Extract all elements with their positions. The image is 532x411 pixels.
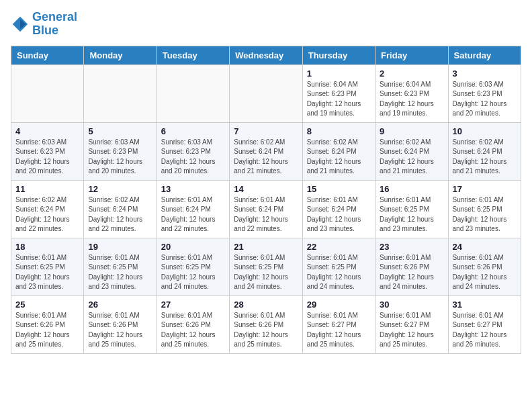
calendar-cell — [11, 64, 84, 122]
day-info: Sunrise: 6:03 AM Sunset: 6:23 PM Dayligh… — [88, 138, 152, 177]
day-info: Sunrise: 6:01 AM Sunset: 6:26 PM Dayligh… — [15, 311, 79, 350]
calendar-cell: 27Sunrise: 6:01 AM Sunset: 6:26 PM Dayli… — [157, 295, 229, 353]
calendar-cell — [157, 64, 229, 122]
calendar-cell: 3Sunrise: 6:03 AM Sunset: 6:23 PM Daylig… — [448, 64, 521, 122]
day-info: Sunrise: 6:02 AM Sunset: 6:24 PM Dayligh… — [453, 138, 517, 177]
day-number: 13 — [161, 184, 225, 194]
calendar-cell: 16Sunrise: 6:01 AM Sunset: 6:25 PM Dayli… — [375, 180, 448, 238]
calendar-cell: 11Sunrise: 6:02 AM Sunset: 6:24 PM Dayli… — [11, 180, 84, 238]
week-row-1: 1Sunrise: 6:04 AM Sunset: 6:23 PM Daylig… — [11, 64, 521, 122]
calendar-cell: 18Sunrise: 6:01 AM Sunset: 6:25 PM Dayli… — [11, 238, 84, 295]
calendar-cell: 12Sunrise: 6:02 AM Sunset: 6:24 PM Dayli… — [84, 180, 157, 238]
day-number: 1 — [307, 68, 371, 79]
day-number: 29 — [307, 300, 371, 310]
day-number: 17 — [453, 184, 517, 194]
calendar-cell: 7Sunrise: 6:02 AM Sunset: 6:24 PM Daylig… — [230, 122, 302, 180]
calendar-cell: 23Sunrise: 6:01 AM Sunset: 6:26 PM Dayli… — [375, 238, 448, 295]
calendar-cell: 6Sunrise: 6:03 AM Sunset: 6:23 PM Daylig… — [157, 122, 229, 180]
calendar-cell: 9Sunrise: 6:02 AM Sunset: 6:24 PM Daylig… — [375, 122, 448, 180]
day-number: 22 — [307, 242, 371, 252]
day-number: 14 — [234, 184, 298, 194]
calendar-cell: 2Sunrise: 6:04 AM Sunset: 6:23 PM Daylig… — [375, 64, 448, 122]
week-row-2: 4Sunrise: 6:03 AM Sunset: 6:23 PM Daylig… — [11, 122, 521, 180]
weekday-header-tuesday: Tuesday — [157, 46, 229, 64]
day-info: Sunrise: 6:01 AM Sunset: 6:26 PM Dayligh… — [161, 311, 225, 350]
calendar-cell: 31Sunrise: 6:01 AM Sunset: 6:27 PM Dayli… — [448, 295, 521, 353]
day-info: Sunrise: 6:02 AM Sunset: 6:24 PM Dayligh… — [307, 138, 371, 177]
day-info: Sunrise: 6:01 AM Sunset: 6:27 PM Dayligh… — [307, 311, 371, 350]
calendar-cell: 8Sunrise: 6:02 AM Sunset: 6:24 PM Daylig… — [302, 122, 375, 180]
day-number: 28 — [234, 300, 298, 310]
weekday-header-thursday: Thursday — [302, 46, 375, 64]
day-number: 4 — [15, 126, 79, 136]
day-number: 8 — [307, 126, 371, 136]
day-info: Sunrise: 6:01 AM Sunset: 6:24 PM Dayligh… — [161, 195, 225, 234]
calendar-cell — [84, 64, 157, 122]
logo: General Blue — [11, 11, 77, 38]
day-info: Sunrise: 6:02 AM Sunset: 6:24 PM Dayligh… — [234, 138, 298, 177]
day-number: 19 — [88, 242, 152, 252]
calendar-cell: 20Sunrise: 6:01 AM Sunset: 6:25 PM Dayli… — [157, 238, 229, 295]
logo-icon — [11, 15, 30, 34]
weekday-header-row: SundayMondayTuesdayWednesdayThursdayFrid… — [11, 46, 521, 64]
day-info: Sunrise: 6:03 AM Sunset: 6:23 PM Dayligh… — [161, 138, 225, 177]
day-number: 16 — [380, 184, 443, 194]
day-number: 6 — [161, 126, 225, 136]
day-info: Sunrise: 6:02 AM Sunset: 6:24 PM Dayligh… — [380, 138, 443, 177]
day-number: 2 — [380, 68, 443, 79]
week-row-4: 18Sunrise: 6:01 AM Sunset: 6:25 PM Dayli… — [11, 238, 521, 295]
day-number: 30 — [380, 300, 443, 310]
day-number: 3 — [453, 68, 517, 79]
day-number: 7 — [234, 126, 298, 136]
day-info: Sunrise: 6:01 AM Sunset: 6:25 PM Dayligh… — [15, 253, 79, 292]
day-info: Sunrise: 6:01 AM Sunset: 6:27 PM Dayligh… — [453, 311, 517, 350]
day-number: 11 — [15, 184, 79, 194]
calendar-cell: 15Sunrise: 6:01 AM Sunset: 6:24 PM Dayli… — [302, 180, 375, 238]
calendar-cell: 29Sunrise: 6:01 AM Sunset: 6:27 PM Dayli… — [302, 295, 375, 353]
calendar-cell: 25Sunrise: 6:01 AM Sunset: 6:26 PM Dayli… — [11, 295, 84, 353]
day-info: Sunrise: 6:01 AM Sunset: 6:25 PM Dayligh… — [380, 195, 443, 234]
day-info: Sunrise: 6:01 AM Sunset: 6:25 PM Dayligh… — [161, 253, 225, 292]
calendar-cell: 4Sunrise: 6:03 AM Sunset: 6:23 PM Daylig… — [11, 122, 84, 180]
calendar-cell: 5Sunrise: 6:03 AM Sunset: 6:23 PM Daylig… — [84, 122, 157, 180]
day-number: 25 — [15, 300, 79, 310]
day-info: Sunrise: 6:01 AM Sunset: 6:26 PM Dayligh… — [453, 253, 517, 292]
weekday-header-sunday: Sunday — [11, 46, 84, 64]
calendar-cell: 24Sunrise: 6:01 AM Sunset: 6:26 PM Dayli… — [448, 238, 521, 295]
calendar-cell: 17Sunrise: 6:01 AM Sunset: 6:25 PM Dayli… — [448, 180, 521, 238]
calendar-cell: 13Sunrise: 6:01 AM Sunset: 6:24 PM Dayli… — [157, 180, 229, 238]
day-info: Sunrise: 6:01 AM Sunset: 6:25 PM Dayligh… — [307, 253, 371, 292]
day-info: Sunrise: 6:01 AM Sunset: 6:24 PM Dayligh… — [234, 195, 298, 234]
week-row-3: 11Sunrise: 6:02 AM Sunset: 6:24 PM Dayli… — [11, 180, 521, 238]
day-info: Sunrise: 6:04 AM Sunset: 6:23 PM Dayligh… — [307, 80, 371, 119]
calendar-cell: 10Sunrise: 6:02 AM Sunset: 6:24 PM Dayli… — [448, 122, 521, 180]
day-info: Sunrise: 6:02 AM Sunset: 6:24 PM Dayligh… — [15, 195, 79, 234]
weekday-header-monday: Monday — [84, 46, 157, 64]
day-number: 24 — [453, 242, 517, 252]
day-info: Sunrise: 6:01 AM Sunset: 6:25 PM Dayligh… — [453, 195, 517, 234]
day-info: Sunrise: 6:01 AM Sunset: 6:25 PM Dayligh… — [88, 253, 152, 292]
day-number: 26 — [88, 300, 152, 310]
day-info: Sunrise: 6:04 AM Sunset: 6:23 PM Dayligh… — [380, 80, 443, 119]
day-number: 18 — [15, 242, 79, 252]
calendar-table: SundayMondayTuesdayWednesdayThursdayFrid… — [11, 46, 521, 354]
day-number: 23 — [380, 242, 443, 252]
day-number: 31 — [453, 300, 517, 310]
calendar-cell: 28Sunrise: 6:01 AM Sunset: 6:26 PM Dayli… — [230, 295, 302, 353]
calendar-cell: 19Sunrise: 6:01 AM Sunset: 6:25 PM Dayli… — [84, 238, 157, 295]
day-number: 5 — [88, 126, 152, 136]
logo-text: General Blue — [32, 11, 77, 38]
day-info: Sunrise: 6:01 AM Sunset: 6:26 PM Dayligh… — [380, 253, 443, 292]
day-number: 21 — [234, 242, 298, 252]
day-info: Sunrise: 6:03 AM Sunset: 6:23 PM Dayligh… — [453, 80, 517, 119]
calendar-cell: 1Sunrise: 6:04 AM Sunset: 6:23 PM Daylig… — [302, 64, 375, 122]
day-info: Sunrise: 6:01 AM Sunset: 6:27 PM Dayligh… — [380, 311, 443, 350]
calendar-cell: 30Sunrise: 6:01 AM Sunset: 6:27 PM Dayli… — [375, 295, 448, 353]
weekday-header-friday: Friday — [375, 46, 448, 64]
day-info: Sunrise: 6:01 AM Sunset: 6:26 PM Dayligh… — [234, 311, 298, 350]
calendar-cell: 26Sunrise: 6:01 AM Sunset: 6:26 PM Dayli… — [84, 295, 157, 353]
day-number: 27 — [161, 300, 225, 310]
calendar-cell — [230, 64, 302, 122]
day-info: Sunrise: 6:01 AM Sunset: 6:24 PM Dayligh… — [307, 195, 371, 234]
page-header: General Blue — [11, 11, 521, 38]
